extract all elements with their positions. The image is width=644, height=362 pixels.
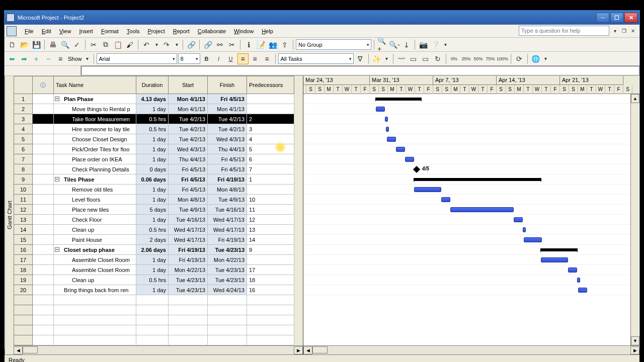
reschedule-icon[interactable]: ↻ xyxy=(432,53,443,64)
task-cell[interactable]: Assemble Closet Room xyxy=(54,265,136,275)
pred-cell[interactable] xyxy=(247,104,294,114)
align-center-button[interactable]: ≡ xyxy=(250,53,261,64)
day-header[interactable]: S xyxy=(433,85,442,94)
day-header[interactable]: S xyxy=(560,85,569,94)
gantt-row[interactable] xyxy=(303,225,639,235)
gantt-scroll-left-icon[interactable]: ◀ xyxy=(303,346,312,354)
day-header[interactable]: S xyxy=(315,85,325,94)
task-cell[interactable]: Level floors xyxy=(54,195,136,205)
gantt-row[interactable] xyxy=(303,185,639,195)
finish-header[interactable]: Finish xyxy=(208,76,247,94)
progress2-icon[interactable]: ▭ xyxy=(420,53,431,64)
gantt-row[interactable] xyxy=(303,265,639,275)
task-bar[interactable] xyxy=(387,137,396,142)
week-header[interactable]: Apr 21, '13 xyxy=(560,76,623,85)
task-bar[interactable] xyxy=(441,197,450,202)
indent-arrow-icon[interactable]: ➡ xyxy=(19,53,30,64)
pred-cell[interactable]: 14 xyxy=(247,235,294,245)
minimize-button[interactable]: ─ xyxy=(596,13,609,23)
info-cell[interactable] xyxy=(33,285,54,295)
gantt-row[interactable] xyxy=(303,205,639,215)
finish-cell[interactable]: Fri 4/5/13 xyxy=(208,164,247,174)
view-label[interactable]: Gantt Chart xyxy=(5,76,14,354)
gantt-row[interactable] xyxy=(303,154,639,164)
day-header[interactable]: W xyxy=(533,85,542,94)
paste-icon[interactable]: 📋 xyxy=(112,39,123,50)
row-number[interactable]: 4 xyxy=(14,124,33,134)
day-header[interactable]: S xyxy=(569,85,578,94)
start-cell[interactable]: Fri 4/5/13 xyxy=(169,174,208,185)
info-cell[interactable] xyxy=(33,94,54,104)
duration-cell[interactable]: 0.5 hrs xyxy=(136,225,169,235)
table-row[interactable]: 20Bring things back from ren1 dayTue 4/2… xyxy=(14,285,303,295)
pred-cell[interactable]: 11 xyxy=(247,205,294,215)
help-icon[interactable]: ❔ xyxy=(430,39,441,50)
row-number[interactable]: 9 xyxy=(14,174,33,185)
duration-cell[interactable]: 2.06 days xyxy=(136,245,169,255)
pred-cell[interactable]: 7 xyxy=(247,164,294,174)
restore-window-icon[interactable]: ❐ xyxy=(620,27,627,34)
task-cell[interactable]: −Closet setup phase xyxy=(54,245,136,255)
day-header[interactable]: W xyxy=(596,85,605,94)
print-icon[interactable]: 🖶 xyxy=(47,39,58,50)
task-cell[interactable]: Place order on IKEA xyxy=(54,154,136,164)
duration-cell[interactable]: 5 days xyxy=(136,205,169,215)
undo-dropdown-icon[interactable]: ▾ xyxy=(153,41,160,48)
row-number[interactable]: 19 xyxy=(14,275,33,285)
task-cell[interactable]: Hire someone to lay tile xyxy=(54,124,136,134)
cut-icon[interactable]: ✂ xyxy=(88,39,99,50)
finish-cell[interactable]: Mon 4/1/13 xyxy=(208,104,247,114)
day-header[interactable]: F xyxy=(424,85,433,94)
row-number[interactable]: 6 xyxy=(14,144,33,154)
gantt-timescale[interactable]: Mar 24, '13Mar 31, '13Apr 7, '13Apr 14, … xyxy=(303,76,639,94)
duration-cell[interactable]: 1 day xyxy=(136,154,169,164)
finish-cell[interactable]: Tue 4/23/13 xyxy=(208,265,247,275)
pct50-button[interactable]: 50% xyxy=(473,53,484,64)
row-number[interactable]: 13 xyxy=(14,215,33,225)
new-icon[interactable]: 🗋 xyxy=(7,39,18,50)
info-cell[interactable] xyxy=(33,275,54,285)
zoom-out-icon[interactable]: 🔍- xyxy=(389,39,400,50)
table-row[interactable]: 15Paint House2 daysWed 4/17/13Fri 4/19/1… xyxy=(14,235,303,245)
start-cell[interactable]: Tue 4/16/13 xyxy=(169,215,208,225)
help-dropdown-icon[interactable]: ▾ xyxy=(611,27,618,34)
pred-cell[interactable]: 9 xyxy=(247,245,294,255)
assign-resources-icon[interactable]: 👥 xyxy=(267,39,278,50)
pred-cell[interactable]: 10 xyxy=(247,195,294,205)
finish-cell[interactable]: Thu 4/4/13 xyxy=(208,144,247,154)
gantt-scroll-down-icon[interactable]: ▼ xyxy=(631,336,639,345)
info-cell[interactable] xyxy=(33,154,54,164)
menu-project[interactable]: Project xyxy=(143,27,169,36)
day-header[interactable]: F xyxy=(551,85,560,94)
table-row[interactable]: 19Clean up0.5 hrsTue 4/23/13Tue 4/23/131… xyxy=(14,275,303,285)
week-header[interactable]: Apr 7, '13 xyxy=(433,76,497,85)
duration-cell[interactable]: 1 day xyxy=(136,104,169,114)
duration-cell[interactable]: 1 day xyxy=(136,134,169,144)
zoom-in-icon[interactable]: 🔍+ xyxy=(377,39,388,50)
help-search-input[interactable] xyxy=(519,26,609,36)
filter-select[interactable]: All Tasks xyxy=(278,53,354,64)
collapse-icon[interactable]: − xyxy=(55,97,59,101)
menu-report[interactable]: Report xyxy=(169,27,194,36)
duration-cell[interactable]: 1 day xyxy=(136,255,169,265)
task-bar[interactable] xyxy=(405,157,414,162)
table-row[interactable]: 12Place new tiles5 daysTue 4/9/13Tue 4/1… xyxy=(14,205,303,215)
pred-cell[interactable] xyxy=(247,255,294,265)
week-header[interactable]: Mar 31, '13 xyxy=(370,76,433,85)
start-cell[interactable]: Thu 4/4/13 xyxy=(169,154,208,164)
show-subtasks-icon[interactable]: + xyxy=(31,53,42,64)
start-header[interactable]: Start xyxy=(169,76,208,94)
gantt-row[interactable] xyxy=(303,124,639,134)
progress-icon[interactable]: ▭ xyxy=(408,53,419,64)
day-header[interactable]: S xyxy=(506,85,515,94)
row-number[interactable]: 3 xyxy=(14,114,33,124)
table-row[interactable]: 1−Plan Phase4.13 daysMon 4/1/13Fri 4/5/1… xyxy=(14,94,303,104)
underline-button[interactable]: U xyxy=(225,53,236,64)
menu-view[interactable]: View xyxy=(55,27,75,36)
row-number[interactable]: 15 xyxy=(14,235,33,245)
day-header[interactable]: M xyxy=(515,85,524,94)
task-cell[interactable]: Place new tiles xyxy=(54,205,136,215)
finish-cell[interactable]: Tue 4/23/13 xyxy=(208,245,247,255)
collapse-icon[interactable]: − xyxy=(55,247,59,252)
show-dropdown-icon[interactable]: ▾ xyxy=(84,55,91,62)
